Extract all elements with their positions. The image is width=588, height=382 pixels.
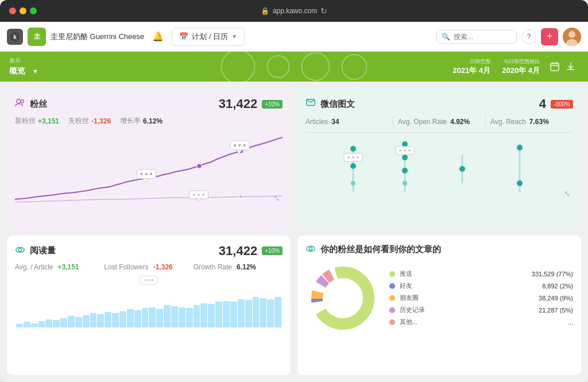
svg-point-38 [353, 157, 354, 159]
reads-growth: Growth Rate 6.12% [194, 263, 283, 271]
wechat-badge: -000% [551, 100, 573, 109]
fans-card: 粉丝 31,422 +10% 新粉丝 +3,151 失粉丝 -1,326 增长率… [7, 88, 291, 229]
help-button[interactable]: ? [521, 29, 536, 44]
legend-item-moments: 朋友圈 38,249 (9%) [389, 294, 573, 302]
wechat-card-header: 微信图文 4 -000% [305, 97, 573, 111]
wechat-reach: Avg. Reach 7.63% [490, 118, 573, 126]
download-icon[interactable] [563, 59, 579, 75]
search-icon: 🔍 [442, 33, 450, 41]
legend-item-history: 历史记录 21,287 (5%) [389, 306, 573, 314]
svg-point-34 [350, 163, 356, 169]
reads-badge: +10% [262, 246, 283, 255]
reads-avg: Avg. / Article +3,151 [15, 263, 104, 271]
sources-card-header: 你的粉丝是如何看到你的文章的 [305, 244, 573, 256]
account-logo[interactable]: 圭 [28, 28, 46, 46]
legend-item-push: 推送 331,529 (77%) [389, 269, 573, 278]
fans-card-header: 粉丝 31,422 +10% [15, 97, 283, 111]
donut-chart [305, 261, 380, 335]
lock-icon: 🔒 [261, 7, 269, 15]
calendar-view-icon[interactable] [547, 59, 563, 75]
sources-title: 你的粉丝是如何看到你的文章的 [320, 244, 441, 255]
svg-point-37 [348, 157, 350, 159]
svg-point-50 [459, 166, 465, 172]
reads-bar-chart [15, 287, 283, 327]
traffic-lights [9, 7, 37, 14]
wechat-open-rate: Avg. Open Rate 4.92% [398, 118, 481, 126]
maximize-button[interactable] [30, 7, 37, 14]
svg-point-47 [404, 150, 406, 152]
svg-point-57 [309, 247, 312, 250]
legend-item-other: 其他... ... [389, 318, 573, 326]
svg-point-44 [403, 181, 407, 186]
date-range-current: 日期范围 2021年 4月 [452, 58, 490, 76]
app-header: k 圭 圭里尼奶酪 Guerrini Cheese 🔔 📅 计划 / 日历 ▼ … [0, 22, 588, 52]
minimize-button[interactable] [20, 7, 26, 14]
svg-point-29 [198, 194, 199, 196]
sources-icon [305, 244, 316, 256]
url-bar: 🔒 app.kawo.com ↻ [261, 6, 327, 16]
svg-point-9 [17, 99, 21, 103]
new-fans-stat: 新粉丝 +3,151 [15, 116, 59, 126]
notification-bell[interactable]: 🔔 [149, 28, 167, 46]
reads-comment [15, 276, 283, 285]
avatar[interactable] [563, 28, 581, 46]
reads-value: 31,422 [219, 244, 257, 258]
svg-point-63 [326, 281, 360, 315]
wechat-stats: Articles 34 Avg. Open Rate 4.92% Avg. Re… [305, 116, 573, 133]
svg-text:k: k [13, 34, 17, 40]
expand-fans-icon[interactable]: ⤡ [273, 194, 280, 203]
add-button[interactable]: + [541, 28, 558, 45]
svg-point-30 [203, 194, 204, 196]
fans-title: 粉丝 [30, 99, 47, 110]
sources-card: 你的粉丝是如何看到你的文章的 [297, 236, 581, 376]
chevron-down-icon: ▼ [231, 33, 237, 40]
fans-badge: +10% [262, 100, 283, 109]
svg-point-28 [193, 194, 195, 196]
svg-point-55 [18, 248, 21, 251]
reads-card: 阅读量 31,422 +10% Avg. / Article +3,151 Lo… [7, 236, 291, 376]
expand-wechat-icon[interactable]: ⤡ [564, 189, 571, 198]
reads-title: 阅读量 [30, 245, 56, 256]
svg-point-46 [400, 150, 401, 152]
svg-point-42 [402, 155, 408, 160]
search-box[interactable]: 🔍 [436, 30, 517, 44]
close-button[interactable] [9, 7, 16, 14]
reload-icon[interactable]: ↻ [320, 6, 327, 16]
search-input[interactable] [454, 33, 511, 41]
calendar-label: 计划 / 日历 [192, 32, 228, 42]
display-label: 展示 [9, 57, 38, 65]
svg-point-35 [351, 181, 355, 186]
svg-point-16 [141, 173, 143, 175]
svg-point-22 [238, 144, 241, 146]
reads-icon [15, 245, 25, 257]
wechat-icon [305, 98, 316, 110]
svg-point-23 [243, 144, 246, 146]
sources-legend: 推送 331,529 (77%) 好友 8,892 (2%) 朋友圈 38,24… [389, 269, 573, 326]
legend-item-friends: 好友 8,892 (2%) [389, 281, 573, 290]
svg-point-39 [357, 157, 359, 159]
fans-icon [15, 98, 25, 110]
sources-content: 推送 331,529 (77%) 好友 8,892 (2%) 朋友圈 38,24… [305, 261, 573, 335]
window-chrome: 🔒 app.kawo.com ↻ [0, 0, 588, 22]
view-selector[interactable]: 展示 概览 ▼ [9, 57, 38, 76]
wechat-value: 4 [539, 97, 546, 111]
lost-fans-stat: 失粉丝 -1,326 [68, 116, 111, 126]
wechat-dot-chart: ⤡ [305, 137, 573, 200]
view-chevron-icon: ▼ [32, 68, 38, 75]
wechat-title: 微信图文 [320, 99, 355, 110]
calendar-button[interactable]: 📅 计划 / 日历 ▼ [172, 28, 245, 46]
main-content: 粉丝 31,422 +10% 新粉丝 +3,151 失粉丝 -1,326 增长率… [0, 82, 588, 382]
svg-point-33 [350, 146, 356, 152]
calendar-icon: 📅 [179, 32, 188, 41]
view-label: 概览 [9, 66, 25, 76]
svg-point-48 [409, 150, 411, 152]
svg-marker-15 [143, 179, 149, 182]
svg-marker-27 [195, 199, 202, 202]
svg-point-21 [234, 144, 236, 146]
svg-point-43 [402, 168, 408, 173]
wechat-articles: Articles 34 [305, 118, 388, 126]
svg-point-52 [517, 145, 523, 151]
svg-point-10 [21, 100, 24, 103]
svg-point-12 [197, 164, 202, 168]
account-name: 圭里尼奶酪 Guerrini Cheese [51, 32, 144, 42]
